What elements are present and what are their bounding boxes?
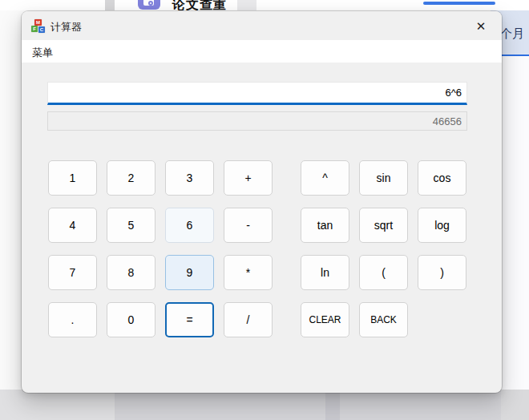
background-right-area [502,56,529,393]
app-icon: M F C [31,19,46,33]
expression-input[interactable] [47,82,467,105]
key-sqrt[interactable]: sqrt [359,208,408,243]
titlebar[interactable]: M F C 计算器 ✕ [22,11,502,40]
tab-plagiarism-check[interactable]: 论文查重 [172,0,227,10]
key-minus[interactable]: - [224,208,273,243]
key-0[interactable]: 0 [107,302,155,337]
background-toolbar: 论文查重 [0,0,529,10]
key-8[interactable]: 8 [107,255,155,290]
icon-cube-blue: C [38,26,45,33]
background-strip [115,390,325,420]
key-9[interactable]: 9 [165,255,214,290]
period-label: 个月 [500,26,524,42]
keypad-right-grid: ^sincostansqrtlogln()CLEARBACK [301,160,466,337]
menu-item-menu[interactable]: 菜单 [29,45,56,61]
key-dot[interactable]: . [48,302,97,337]
key-sin[interactable]: sin [359,160,408,196]
close-icon: ✕ [476,19,487,33]
active-tab-indicator [423,2,495,5]
toolbar-divider [105,0,115,10]
key-power[interactable]: ^ [301,160,349,196]
key-4[interactable]: 4 [48,208,97,243]
key-tan[interactable]: tan [301,208,349,243]
toolbar-divider [237,0,256,10]
key-5[interactable]: 5 [107,208,155,243]
key-divide[interactable]: / [224,302,273,337]
key-equals[interactable]: = [165,302,214,337]
key-clear[interactable]: CLEAR [301,302,349,337]
key-paren-open[interactable]: ( [359,255,408,290]
key-paren-close[interactable]: ) [418,255,466,290]
background-strip [0,390,115,420]
background-strip [340,390,501,420]
key-2[interactable]: 2 [107,160,155,196]
key-7[interactable]: 7 [48,255,97,290]
key-back[interactable]: BACK [359,302,408,337]
key-plus[interactable]: + [224,160,273,196]
magnifier-glyph [148,1,153,6]
calculator-body: 123+456-789*.0=/ ^sincostansqrtlogln()CL… [22,63,502,393]
background-strip [325,390,340,420]
key-multiply[interactable]: * [224,255,273,290]
background-strip [501,390,529,420]
icon-cube-green: F [31,26,38,32]
plagiarism-check-icon [138,0,160,10]
close-button[interactable]: ✕ [471,17,491,36]
key-3[interactable]: 3 [165,160,214,196]
key-6[interactable]: 6 [165,208,214,243]
menubar: 菜单 [22,40,502,63]
key-log[interactable]: log [418,208,466,243]
key-cos[interactable]: cos [418,160,466,196]
calculator-window: M F C 计算器 ✕ 菜单 123+456-789*.0=/ ^sincost… [22,11,502,393]
key-1[interactable]: 1 [48,160,97,196]
window-title: 计算器 [50,20,82,34]
screen: 论文查重 个月 M F C 计算器 ✕ 菜单 123+45 [0,0,529,420]
keypad-left-grid: 123+456-789*.0=/ [48,160,273,337]
key-ln[interactable]: ln [301,255,349,290]
icon-cube-red: M [34,19,42,26]
result-display [47,111,467,131]
